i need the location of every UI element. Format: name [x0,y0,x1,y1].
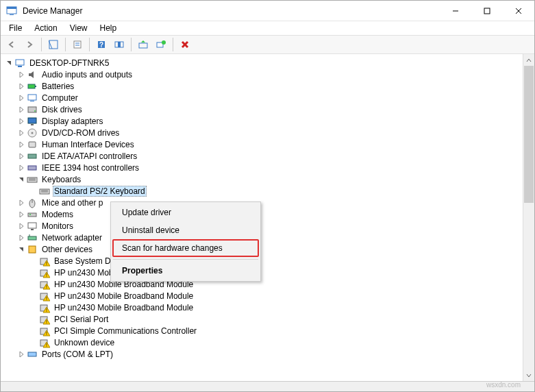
context-menu-item[interactable]: Scan for hardware changes [112,239,259,257]
tree-node[interactable]: Other devices [1,243,534,255]
expand-toggle[interactable] [16,118,27,125]
tree-node[interactable]: DVD/CD-ROM drives [1,127,534,138]
expand-toggle[interactable] [16,153,27,160]
show-hide-console-tree-button[interactable] [45,36,62,53]
svg-rect-22 [18,66,22,67]
menu-help[interactable]: Help [95,22,123,34]
scroll-down-arrow[interactable] [523,369,534,381]
context-menu-item[interactable]: Uninstall device [112,221,259,239]
toolbar-divider [131,38,132,51]
tree-node[interactable]: Mice and other p [1,197,534,208]
expand-toggle[interactable] [16,141,27,148]
context-menu-item[interactable]: Update driver [112,204,259,221]
tree-node[interactable]: !HP un2430 Mobile Broadband Module [1,290,534,302]
expand-toggle[interactable] [16,234,27,241]
tree-node[interactable]: IEEE 1394 host controllers [1,162,534,173]
svg-point-18 [162,40,166,45]
scroll-up-arrow[interactable] [523,54,534,66]
properties-toolbar-button[interactable] [69,36,86,53]
expand-toggle[interactable] [16,164,27,171]
tree-node-label: HP un2430 Mobile Broadband Module [53,291,195,301]
menu-action[interactable]: Action [29,22,62,34]
tree-node-label: Audio inputs and outputs [40,70,134,79]
ieee-icon [27,162,38,173]
tree-node[interactable]: !HP un2430 Mobile Broadband Module [1,302,534,313]
expand-toggle[interactable] [3,60,14,66]
menu-file[interactable]: File [3,22,27,34]
tree-node-label: Monitors [40,221,75,231]
warn-icon: ! [39,291,50,302]
device-tree-pane[interactable]: DESKTOP-DFTNRK5Audio inputs and outputsB… [1,54,534,381]
scroll-thumb[interactable] [524,66,534,203]
tree-node-label: DVD/CD-ROM drives [40,128,121,138]
tree-node[interactable]: !HP un2430 Mobile Broadband Module [1,278,534,290]
expand-toggle[interactable] [16,351,27,358]
warn-icon: ! [39,256,50,267]
svg-rect-24 [35,86,36,87]
expand-toggle[interactable] [16,211,27,218]
tree-node-label: Display adapters [40,117,104,126]
svg-rect-26 [30,101,34,101]
uninstall-toolbar-button[interactable] [177,36,193,53]
tree-node[interactable]: Audio inputs and outputs [1,69,534,80]
tree-node[interactable]: !Base System Dev [1,255,534,267]
svg-rect-33 [29,142,36,147]
tree-node[interactable]: Batteries [1,80,534,92]
tree-node[interactable]: !HP un2430 Mobile Broadband Module [1,267,534,278]
maximize-button[interactable] [471,1,503,21]
tree-node-label: Disk drives [40,105,84,114]
menu-bar: File Action View Help [1,21,534,35]
update-driver-toolbar-button[interactable] [135,36,151,53]
expand-toggle[interactable] [16,130,27,136]
svg-text:!: ! [46,296,47,301]
expand-toggle[interactable] [16,246,27,253]
tree-node-label: Mice and other p [40,198,104,208]
tree-node[interactable]: !Unknown device [1,336,534,348]
tree-node-label: Network adapter [40,233,103,243]
close-button[interactable] [503,1,534,21]
tree-node[interactable]: DESKTOP-DFTNRK5 [1,57,534,69]
back-button[interactable] [3,36,20,53]
svg-text:!: ! [46,308,47,313]
other-icon [27,244,38,255]
tree-node[interactable]: Modems [1,208,534,220]
help-toolbar-button[interactable]: ? [93,36,110,53]
tree-node-label: HP un2430 Mobile Broadband Module [53,303,195,313]
tree-node-label: Other devices [40,245,94,254]
expand-toggle[interactable] [16,95,27,101]
menu-view[interactable]: View [64,22,93,34]
svg-point-28 [34,110,36,112]
tree-node-label: DESKTOP-DFTNRK5 [28,58,110,68]
scan-hardware-toolbar-button[interactable] [153,36,169,53]
tree-node[interactable]: Disk drives [1,103,534,115]
tree-node[interactable]: Standard PS/2 Keyboard [1,185,534,197]
computer-icon [27,93,38,103]
expand-toggle[interactable] [16,223,27,230]
tree-node-label: Batteries [40,82,75,91]
tree-node[interactable]: Display adapters [1,115,534,127]
tree-node[interactable]: Keyboards [1,173,534,185]
tree-node-label: IEEE 1394 host controllers [40,163,140,173]
svg-rect-50 [29,246,36,253]
expand-toggle[interactable] [16,199,27,206]
expand-toggle[interactable] [16,106,27,113]
expand-toggle[interactable] [16,71,27,78]
context-menu-item[interactable]: Properties [112,262,259,280]
tree-node[interactable]: Human Interface Devices [1,138,534,150]
tree-node[interactable]: !PCI Simple Communications Controller [1,325,534,336]
tree-node[interactable]: Computer [1,92,534,103]
svg-text:?: ? [99,41,103,49]
tree-node[interactable]: Monitors [1,220,534,232]
action-toolbar-button[interactable] [111,36,127,53]
tree-node[interactable]: Network adapter [1,232,534,243]
tree-node[interactable]: !PCI Serial Port [1,313,534,325]
forward-button[interactable] [21,36,38,53]
vertical-scrollbar[interactable] [523,54,534,381]
tree-node[interactable]: Ports (COM & LPT) [1,348,534,360]
minimize-button[interactable] [440,1,471,21]
svg-rect-47 [31,229,34,230]
expand-toggle[interactable] [16,176,27,183]
expand-toggle[interactable] [16,83,27,90]
tree-node[interactable]: IDE ATA/ATAPI controllers [1,150,534,162]
svg-rect-35 [28,166,36,170]
